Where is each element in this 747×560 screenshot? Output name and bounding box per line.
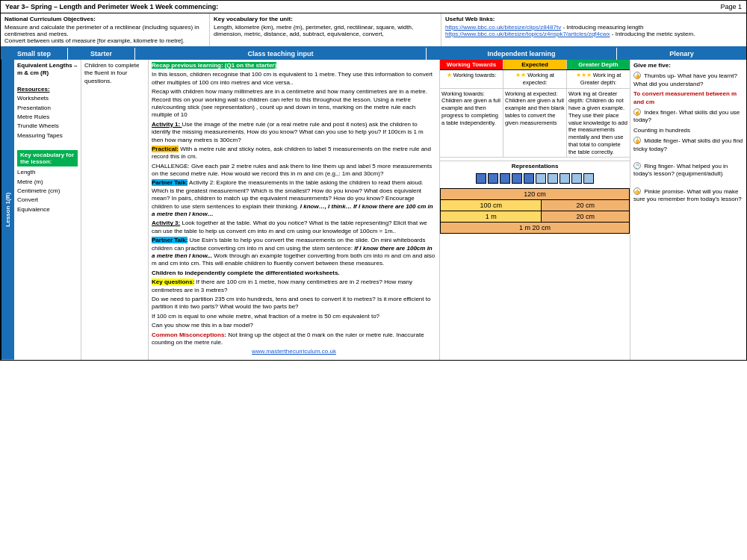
plenary-index: ☝ Index finger- What skills did you use … bbox=[633, 108, 743, 125]
meas-row-120cm: 120 cm bbox=[441, 189, 630, 200]
gd-content: Work ing at Greater depth: Children do n… bbox=[567, 89, 630, 158]
wt-header: Working Towards bbox=[440, 60, 503, 69]
independent-column: Working Towards Expected Greater Depth ★… bbox=[440, 60, 630, 360]
main-content: Lesson 1(R) Equivalent Lengths – m & cm … bbox=[1, 60, 746, 360]
weblinks-title: Useful Web links: bbox=[445, 16, 743, 22]
lesson-label: Lesson 1(R) bbox=[1, 60, 14, 360]
weblinks-cell: Useful Web links: https://www.bbc.co.uk/… bbox=[441, 13, 746, 46]
index-icon: ☝ bbox=[633, 108, 641, 116]
resource-metre-rules: Metre Rules bbox=[17, 113, 78, 121]
teaching-column: Recap previous learning: (Q1 on the star… bbox=[149, 60, 440, 360]
cube-10 bbox=[583, 173, 594, 184]
page-number: Page 1 bbox=[720, 3, 742, 10]
ring-icon: 💍 bbox=[633, 162, 641, 169]
objectives-cell: National Curriculum Objectives: Measure … bbox=[1, 13, 210, 46]
cubes-row bbox=[440, 171, 630, 186]
cube-7 bbox=[548, 173, 558, 184]
meas-row-1m20: 1 m 20 cm bbox=[441, 223, 630, 234]
page-title: Year 3– Spring – Length and Perimeter We… bbox=[5, 3, 218, 10]
resource-worksheets: Worksheets bbox=[17, 95, 78, 102]
col-header-teaching: Class teaching input bbox=[135, 48, 427, 60]
vocab-centimetre: Centimetre (cm) bbox=[17, 187, 78, 195]
recap-label: Recap previous learning: (Q1 on the star… bbox=[152, 62, 436, 69]
cube-4 bbox=[512, 173, 522, 184]
plenary-middle: 🖕 Middle finger- What skills did you fin… bbox=[633, 137, 743, 153]
wt-content: Working towards: Children are given a fu… bbox=[440, 89, 503, 158]
plenary-column: Give me five: 👍 Thumbs up- What have you… bbox=[630, 60, 746, 360]
challenge: CHALLENGE: Give each pair 2 metre rules … bbox=[152, 163, 436, 178]
question2: Do we need to partition 235 cm into hund… bbox=[152, 296, 436, 311]
middle-icon: 🖕 bbox=[633, 137, 641, 144]
ind-content-row: Working towards: Children are given a fu… bbox=[440, 89, 630, 158]
meas-row-100cm: 100 cm 20 cm bbox=[441, 200, 630, 211]
resource-presentation: Presentation bbox=[17, 105, 78, 112]
objectives-text: Measure and calculate the perimeter of a… bbox=[4, 24, 205, 44]
vocab-length: Length bbox=[17, 169, 78, 176]
cube-6 bbox=[536, 173, 546, 184]
plenary-thumbs: 👍 Thumbs up- What have you learnt? What … bbox=[633, 72, 743, 88]
wt-star: ★ Working towards: bbox=[440, 70, 503, 88]
vocab-metre: Metre (m) bbox=[17, 178, 78, 186]
meas-cell-1m: 1 m bbox=[441, 211, 542, 223]
activity3: Activity 3: Look together at the table. … bbox=[152, 220, 436, 235]
cube-2 bbox=[488, 173, 498, 184]
meas-cell-1m20: 1 m 20 cm bbox=[441, 223, 630, 234]
rep-label: Representations bbox=[440, 161, 630, 171]
info-row: National Curriculum Objectives: Measure … bbox=[1, 13, 746, 48]
misconceptions: Common Misconceptions: Not lining up the… bbox=[152, 332, 436, 347]
plenary-ring: 💍 Ring finger- What helped you in today'… bbox=[633, 162, 743, 178]
resources-title: Resources: bbox=[17, 86, 78, 93]
practical: Practical: With a metre rule and sticky … bbox=[152, 146, 436, 161]
vocab-convert: Convert bbox=[17, 196, 78, 204]
starter-column: Children to complete the fluent in four … bbox=[81, 60, 149, 360]
partner-talk1: Partner Talk: Activity 2: Explore the me… bbox=[152, 179, 436, 218]
key-vocab-box: Key vocabulary for the lesson: bbox=[17, 150, 78, 167]
meas-cell-100cm: 100 cm bbox=[441, 200, 542, 211]
meas-cell-20cm-a: 20 cm bbox=[542, 200, 630, 211]
vocab-equivalence: Equivalence bbox=[17, 206, 78, 214]
measurement-table: 120 cm 100 cm 20 cm 1 m 20 cm 1 m 20 cm bbox=[440, 188, 630, 234]
vocab-cell: Key vocabulary for the unit: Length, kil… bbox=[210, 13, 441, 46]
weblink2[interactable]: https://www.bbc.co.uk/bitesize/topics/z4… bbox=[445, 31, 743, 37]
col-header-small-step: Small step bbox=[1, 48, 68, 60]
cube-1 bbox=[476, 173, 486, 184]
ind-header-row: Working Towards Expected Greater Depth bbox=[440, 60, 630, 70]
key-questions: Key questions: If there are 100 cm in 1 … bbox=[152, 279, 436, 294]
thumbs-icon: 👍 bbox=[633, 72, 641, 79]
small-step-title: Equivalent Lengths – m & cm (R) bbox=[17, 62, 78, 78]
gd-star: ★★★ Work ing at Greater depth: bbox=[567, 70, 630, 88]
representations-section: Representations 120 cm bbox=[440, 161, 630, 234]
vocab-text: Length, kilometre (km), metre (m), perim… bbox=[214, 24, 437, 37]
teaching-para1: In this lesson, children recognise that … bbox=[152, 71, 436, 87]
ind-stars-row: ★ Working towards: ★★ Working at expecte… bbox=[440, 70, 630, 89]
gd-header: Greater Depth bbox=[567, 60, 630, 69]
cube-8 bbox=[560, 173, 570, 184]
starter-text: Children to complete the fluent in four … bbox=[84, 62, 145, 85]
column-headers: Small step Starter Class teaching input … bbox=[1, 48, 746, 60]
col-header-plenary: Plenary bbox=[617, 48, 746, 60]
meas-cell-20cm-b: 20 cm bbox=[542, 211, 630, 223]
exp-star: ★★ Working at expected: bbox=[503, 70, 567, 88]
small-step-column: Equivalent Lengths – m & cm (R) Resource… bbox=[14, 60, 81, 360]
col-header-starter: Starter bbox=[68, 48, 135, 60]
resource-measuring: Measuring Tapes bbox=[17, 132, 78, 140]
plenary-counting: Counting in hundreds bbox=[633, 127, 743, 134]
cube-3 bbox=[500, 173, 510, 184]
cube-9 bbox=[571, 173, 582, 184]
header-top: Year 3– Spring – Length and Perimeter We… bbox=[1, 1, 746, 13]
meas-cell-120cm: 120 cm bbox=[441, 189, 630, 200]
vocab-title: Key vocabulary for the unit: bbox=[214, 16, 437, 22]
pinkie-icon: 🤙 bbox=[633, 187, 641, 195]
plenary-intro: Give me five: bbox=[633, 62, 743, 69]
cube-5 bbox=[524, 173, 534, 184]
partner-talk2: Partner Talk: Use Esin's table to help y… bbox=[152, 237, 436, 268]
resource-trundle: Trundle Wheels bbox=[17, 122, 78, 130]
bold-instruction: Children to independently complete the d… bbox=[152, 270, 436, 277]
exp-header: Expected bbox=[503, 60, 567, 69]
meas-row-1m: 1 m 20 cm bbox=[441, 211, 630, 223]
question4: Can you show me this in a bar model? bbox=[152, 322, 436, 329]
weblink1[interactable]: https://www.bbc.co.uk/bitesize/clips/z84… bbox=[445, 24, 743, 31]
exp-content: Working at expected: Children are given … bbox=[503, 89, 567, 158]
teaching-para2: Recap with children how many millimetres… bbox=[152, 88, 436, 119]
objectives-title: National Curriculum Objectives: bbox=[4, 16, 205, 22]
